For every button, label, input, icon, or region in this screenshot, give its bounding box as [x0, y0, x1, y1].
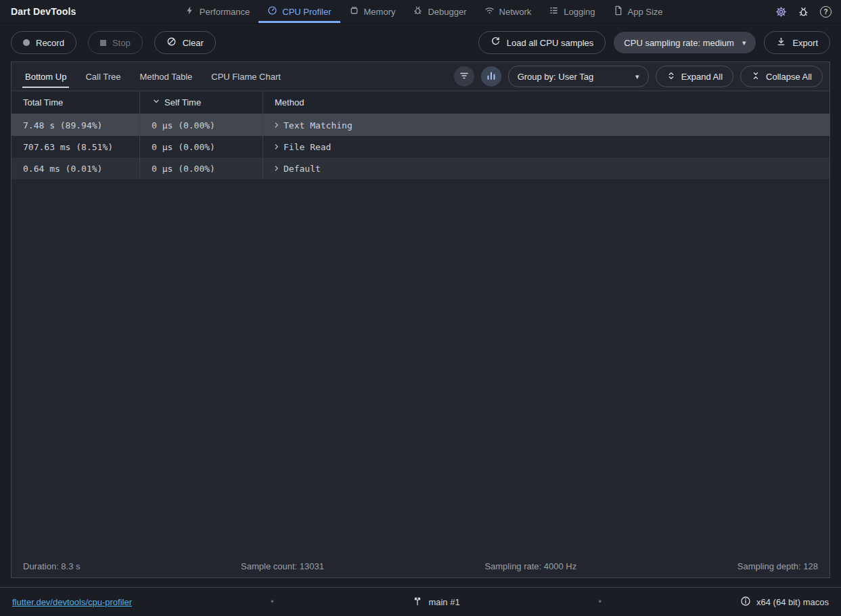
total-time-cell: 7.48 s (89.94%): [12, 114, 140, 136]
debugger-icon: [413, 5, 423, 18]
table-row[interactable]: 707.63 ms (8.51%) 0 µs (0.00%) File Read: [12, 136, 829, 158]
nav-tab-debugger[interactable]: Debugger: [404, 0, 475, 23]
tabs-controls: Group by: User Tag ▾ Expand All Collapse…: [454, 62, 823, 91]
device-info: x64 (64 bit) macos: [740, 596, 829, 609]
table-header: Total Time Self Time Method: [12, 91, 829, 114]
unfold-less-icon: [751, 71, 760, 82]
empty-area: [12, 179, 829, 554]
method-label: Text Matching: [283, 120, 353, 131]
separator-dot: •: [599, 597, 601, 607]
collapse-all-button[interactable]: Collapse All: [740, 66, 823, 87]
method-cell: File Read: [263, 136, 829, 158]
record-button[interactable]: Record: [11, 31, 76, 54]
column-label: Method: [275, 97, 304, 108]
cpu-sampling-rate-dropdown[interactable]: CPU sampling rate: medium ▾: [614, 32, 756, 53]
record-label: Record: [36, 38, 64, 48]
load-cpu-samples-label: Load all CPU samples: [507, 38, 594, 48]
stop-label: Stop: [112, 38, 131, 48]
unfold-more-icon: [666, 71, 676, 82]
docs-link[interactable]: flutter.dev/devtools/cpu-profiler: [12, 597, 132, 607]
expand-chevron-icon[interactable]: [272, 142, 281, 151]
chevron-down-icon: ▾: [635, 73, 639, 80]
app-bar: Dart DevTools Performance CPU Profiler M…: [0, 0, 841, 24]
nav-tab-label: Memory: [364, 7, 396, 17]
column-header-total-time[interactable]: Total Time: [12, 91, 140, 114]
sampling-depth-status: Sampling depth: 128: [737, 561, 818, 571]
method-label: File Read: [283, 142, 331, 152]
table-row[interactable]: 0.64 ms (0.01%) 0 µs (0.00%) Default: [12, 158, 829, 179]
self-time-cell: 0 µs (0.00%): [140, 158, 263, 179]
nav-tab-cpu-profiler[interactable]: CPU Profiler: [258, 0, 340, 23]
method-cell: Default: [263, 158, 829, 179]
column-header-method[interactable]: Method: [263, 91, 829, 114]
expand-all-label: Expand All: [681, 72, 723, 82]
stop-button[interactable]: Stop: [88, 31, 143, 54]
filter-icon: [459, 70, 470, 83]
load-cpu-samples-button[interactable]: Load all CPU samples: [478, 31, 606, 54]
app-title: Dart DevTools: [11, 6, 76, 17]
sampling-rate-status: Sampling rate: 4000 Hz: [484, 561, 576, 571]
expand-all-button[interactable]: Expand All: [656, 66, 733, 87]
sample-count-status: Sample count: 13031: [241, 561, 324, 571]
nav-tab-label: Logging: [564, 7, 595, 17]
memory-icon: [349, 5, 359, 18]
tab-call-tree[interactable]: Call Tree: [76, 62, 130, 91]
nav-tab-app-size[interactable]: App Size: [604, 0, 672, 23]
chevron-down-icon: ▾: [742, 39, 746, 47]
group-by-dropdown[interactable]: Group by: User Tag ▾: [508, 66, 649, 87]
settings-gear-icon[interactable]: [775, 6, 787, 18]
method-label: Default: [283, 164, 321, 174]
tab-bottom-up[interactable]: Bottom Up: [16, 62, 76, 91]
separator-dot: •: [271, 597, 273, 607]
expand-chevron-icon[interactable]: [272, 120, 281, 130]
isolate-label: main #1: [428, 597, 459, 607]
export-button[interactable]: Export: [764, 31, 830, 54]
nav-tab-label: Debugger: [428, 7, 466, 17]
report-bug-icon[interactable]: [798, 6, 809, 18]
profiler-panel: Bottom Up Call Tree Method Table CPU Fla…: [11, 62, 830, 578]
device-info-label: x64 (64 bit) macos: [756, 597, 829, 607]
profiler-toolbar: Record Stop Clear Load all CPU samples C…: [0, 24, 841, 62]
total-time-cell: 0.64 ms (0.01%): [12, 158, 140, 179]
column-label: Total Time: [23, 97, 63, 108]
display-options-button[interactable]: [481, 66, 501, 87]
expand-chevron-icon[interactable]: [272, 164, 281, 173]
filter-button[interactable]: [454, 66, 474, 87]
tab-label: Bottom Up: [25, 72, 66, 82]
total-time-cell: 707.63 ms (8.51%): [12, 136, 140, 158]
isolate-selector[interactable]: main #1: [412, 596, 459, 609]
status-footer: flutter.dev/devtools/cpu-profiler • main…: [0, 587, 841, 616]
nav-tab-memory[interactable]: Memory: [340, 0, 405, 23]
cpu-sampling-rate-label: CPU sampling rate: medium: [624, 38, 734, 48]
cpu-profiler-icon: [267, 5, 277, 18]
top-nav: Performance CPU Profiler Memory Debugger…: [76, 0, 771, 23]
clear-icon: [166, 37, 177, 49]
record-icon: [23, 39, 30, 46]
nav-tab-logging[interactable]: Logging: [540, 0, 604, 23]
column-header-self-time[interactable]: Self Time: [140, 91, 263, 114]
column-label: Self Time: [164, 97, 201, 108]
nav-tab-network[interactable]: Network: [476, 0, 541, 23]
stop-icon: [100, 40, 106, 46]
tab-label: Call Tree: [85, 72, 120, 82]
tab-cpu-flame-chart[interactable]: CPU Flame Chart: [202, 62, 290, 91]
tab-label: Method Table: [139, 72, 192, 82]
profiler-tabs-row: Bottom Up Call Tree Method Table CPU Fla…: [12, 62, 829, 91]
help-icon[interactable]: ?: [820, 6, 832, 18]
table-row[interactable]: 7.48 s (89.94%) 0 µs (0.00%) Text Matchi…: [12, 114, 829, 136]
method-cell: Text Matching: [263, 114, 829, 136]
clear-label: Clear: [183, 38, 204, 48]
tab-method-table[interactable]: Method Table: [130, 62, 202, 91]
app-size-icon: [613, 5, 623, 18]
collapse-all-label: Collapse All: [766, 72, 812, 82]
bar-chart-icon: [486, 70, 497, 83]
nav-tab-label: App Size: [628, 7, 663, 17]
self-time-cell: 0 µs (0.00%): [140, 136, 263, 158]
sort-descending-icon: [152, 97, 161, 108]
network-icon: [484, 5, 495, 18]
clear-button[interactable]: Clear: [154, 31, 216, 54]
duration-status: Duration: 8.3 s: [23, 561, 81, 571]
group-by-label: Group by: User Tag: [518, 72, 593, 82]
git-branch-icon: [412, 596, 423, 609]
nav-tab-performance[interactable]: Performance: [176, 0, 258, 23]
